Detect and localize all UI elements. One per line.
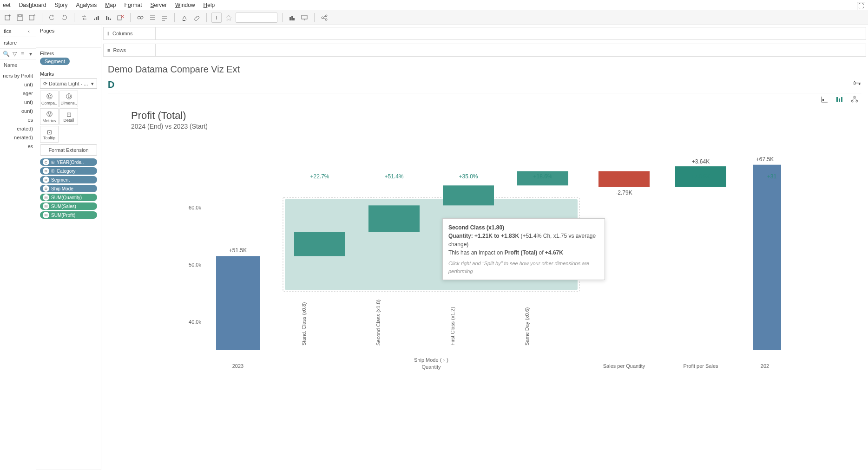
menu-window[interactable]: Window xyxy=(175,2,195,8)
mark-pill[interactable]: D⊞Category xyxy=(40,167,97,175)
highlight-icon[interactable] xyxy=(179,13,190,23)
filters-shelf[interactable]: Filters Segment xyxy=(36,48,101,68)
swap-icon[interactable] xyxy=(79,13,89,23)
show-me-icon[interactable] xyxy=(287,13,297,23)
svg-text:+51.4%: +51.4% xyxy=(384,173,403,180)
mark-pill[interactable]: DShip Mode xyxy=(40,185,97,192)
svg-rect-9 xyxy=(98,16,99,20)
pages-label: Pages xyxy=(40,28,97,33)
tooltip-hint: Click right and "Split by" to see how yo… xyxy=(448,260,599,275)
svg-rect-25 xyxy=(289,17,291,20)
mark-pill[interactable]: MSUM(Profit) xyxy=(40,211,97,219)
svg-text:+: + xyxy=(33,14,36,18)
menu-format[interactable]: Format xyxy=(125,2,142,8)
svg-rect-35 xyxy=(822,99,824,101)
mark-pill[interactable]: C⊞YEAR(Orde.. xyxy=(40,158,97,166)
field-item[interactable]: ager xyxy=(1,90,35,97)
svg-line-43 xyxy=(855,98,857,100)
datasource-item[interactable]: rstore xyxy=(0,37,36,49)
presentation-icon[interactable] xyxy=(299,13,309,23)
svg-text:Quantity: Quantity xyxy=(422,364,441,370)
search-icon[interactable]: 🔍 xyxy=(3,51,9,57)
svg-rect-37 xyxy=(839,98,840,102)
fullscreen-icon[interactable]: ⛶ xyxy=(857,2,865,10)
save-icon[interactable] xyxy=(15,13,25,23)
fit-dropdown[interactable] xyxy=(236,13,277,23)
field-item[interactable]: nerated) xyxy=(1,134,35,141)
sort-asc-icon[interactable] xyxy=(91,13,101,23)
field-item[interactable]: unt) xyxy=(1,81,35,88)
chart-waterfall-icon[interactable] xyxy=(821,95,829,105)
pages-shelf[interactable]: Pages xyxy=(36,25,101,48)
waterfall-chart[interactable]: 40.0k50.0k60.0k+51.5K2023+22.7%Stand. Cl… xyxy=(108,132,861,392)
sort-desc-icon[interactable] xyxy=(103,13,113,23)
undo-icon[interactable] xyxy=(47,13,57,23)
format-extension-button[interactable]: Format Extension xyxy=(40,144,97,156)
mark-cell-dimens[interactable]: ⒹDimens.. xyxy=(59,91,78,107)
percent-icon[interactable] xyxy=(159,13,170,23)
mark-cell-detail[interactable]: ⊡Detail xyxy=(59,108,78,125)
svg-rect-58 xyxy=(443,185,494,205)
rows-shelf[interactable]: ≡Rows xyxy=(103,44,866,57)
new-worksheet-icon[interactable]: + xyxy=(27,13,37,23)
svg-rect-13 xyxy=(118,16,121,20)
viz-title[interactable]: Demo Datama Compare Viz Ext xyxy=(108,62,861,77)
key-icon[interactable]: 🗝 xyxy=(853,78,861,88)
menu-eet[interactable]: eet xyxy=(3,2,11,8)
totals-icon[interactable] xyxy=(147,13,158,23)
menu-analysis[interactable]: Analysis xyxy=(76,2,97,8)
field-item[interactable]: ners by Profit xyxy=(1,72,35,79)
field-item[interactable]: unt) xyxy=(1,99,35,105)
columns-label: Columns xyxy=(112,31,132,36)
data-panel: tics ‹ rstore 🔍 ▽ ≡ ▾ Name ners by Profi… xyxy=(0,25,36,470)
field-item[interactable]: es xyxy=(1,117,35,123)
rows-icon: ≡ xyxy=(107,47,110,53)
svg-point-17 xyxy=(140,16,143,19)
side-panel: Pages Filters Segment Marks ⟳ Datama Lig… xyxy=(36,25,101,470)
menu-dashboard[interactable]: Dashboard xyxy=(19,2,46,8)
menu-server[interactable]: Server xyxy=(151,2,167,8)
menu-story[interactable]: Story xyxy=(54,2,67,8)
mark-cell-compa[interactable]: ⒸCompa.. xyxy=(40,91,59,107)
clear-sheet-icon[interactable] xyxy=(115,13,125,23)
field-item[interactable]: ount) xyxy=(1,108,35,114)
menu-help[interactable]: Help xyxy=(204,2,215,8)
attach-icon[interactable] xyxy=(191,13,202,23)
svg-rect-47 xyxy=(216,256,260,350)
new-datasource-icon[interactable] xyxy=(3,13,13,23)
svg-text:Second Class (x1.8): Second Class (x1.8) xyxy=(375,300,381,346)
chart-tree-icon[interactable] xyxy=(850,95,859,105)
field-list: ners by Profitunt)agerunt)ount)eserated)… xyxy=(0,71,36,151)
viz-toolbar xyxy=(108,93,861,105)
menu-map[interactable]: Map xyxy=(105,2,116,8)
mark-cell-tooltip[interactable]: ⊡Tooltip xyxy=(40,126,59,143)
mark-pill[interactable]: DSegment xyxy=(40,176,97,183)
svg-rect-28 xyxy=(302,15,307,19)
data-tab-label[interactable]: tics xyxy=(4,28,12,34)
svg-text:Stand. Class (x0.8): Stand. Class (x0.8) xyxy=(301,302,307,346)
columns-shelf[interactable]: ⦀Columns xyxy=(103,27,866,40)
mark-cell-metrics[interactable]: ⓂMetrics xyxy=(40,108,59,125)
chart-bridge-icon[interactable] xyxy=(835,95,844,105)
svg-text:60.0k: 60.0k xyxy=(189,205,201,210)
text-icon[interactable]: T xyxy=(211,13,222,23)
filter-pill-segment[interactable]: Segment xyxy=(40,58,70,65)
svg-rect-26 xyxy=(291,16,293,20)
svg-text:+67.5K: +67.5K xyxy=(756,156,774,163)
group-icon[interactable] xyxy=(135,13,145,23)
mark-pill[interactable]: MSUM(Quantity) xyxy=(40,194,97,201)
share-icon[interactable] xyxy=(319,13,329,23)
list-view-icon[interactable]: ≡ xyxy=(20,51,25,57)
svg-text:+31: +31 xyxy=(767,173,777,180)
field-item[interactable]: es xyxy=(1,143,35,150)
mark-type-select[interactable]: ⟳ Datama Light - ...▾ xyxy=(40,78,97,89)
pin-icon[interactable] xyxy=(224,13,234,23)
filter-icon[interactable]: ▽ xyxy=(12,51,17,57)
chevron-left-icon[interactable]: ‹ xyxy=(26,28,32,34)
svg-text:+3.64K: +3.64K xyxy=(692,158,710,165)
mark-pill[interactable]: MSUM(Sales) xyxy=(40,202,97,210)
field-item[interactable]: erated) xyxy=(1,125,35,132)
chevron-down-icon[interactable]: ▾ xyxy=(28,51,33,57)
svg-line-42 xyxy=(852,98,855,100)
redo-icon[interactable] xyxy=(59,13,69,23)
